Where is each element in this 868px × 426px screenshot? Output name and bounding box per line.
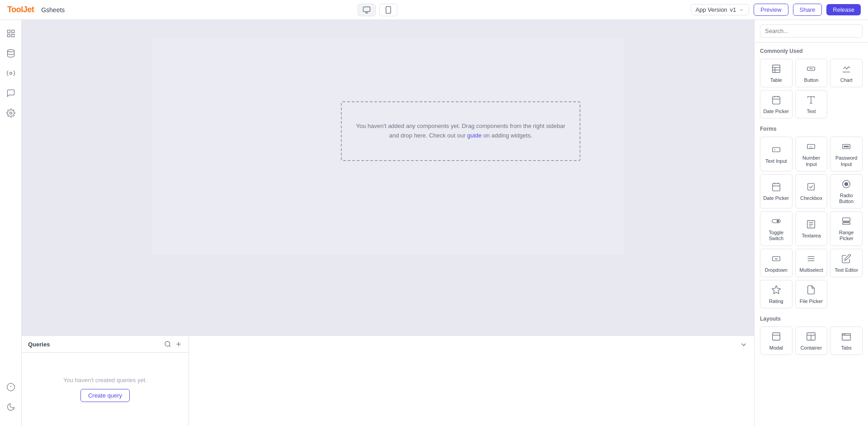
query-left-panel: Queries	[22, 336, 189, 426]
widget-multiselect[interactable]: Multiselect	[795, 249, 828, 277]
logo-text: ToolJet	[7, 5, 34, 14]
version-selector[interactable]: App Version v1	[691, 4, 750, 15]
svg-rect-38	[773, 184, 780, 191]
component-search-input[interactable]	[760, 24, 863, 38]
file-picker-icon	[806, 285, 816, 296]
widget-checkbox[interactable]: Checkbox	[795, 174, 828, 208]
query-panel: Queries	[22, 336, 754, 426]
query-right-panel	[189, 336, 754, 426]
widget-container[interactable]: Container	[795, 327, 828, 355]
svg-rect-7	[7, 34, 10, 37]
widget-chart[interactable]: Chart	[830, 59, 863, 87]
widget-toggle-switch[interactable]: Toggle Switch	[760, 211, 793, 246]
sidebar-comments-icon[interactable]	[3, 85, 19, 101]
canvas-empty-drop-zone[interactable]: You haven't added any components yet. Dr…	[341, 101, 580, 161]
container-icon	[806, 331, 816, 343]
container-label: Container	[801, 345, 822, 351]
widget-grid-1: Text Input21Number InputPassword InputDa…	[760, 137, 863, 308]
sidebar-debugger-icon[interactable]	[3, 379, 19, 395]
widget-radio-button[interactable]: Radio Button	[830, 174, 863, 208]
mobile-view-button[interactable]	[379, 4, 397, 16]
query-search-icon[interactable]	[164, 341, 171, 348]
widget-grid-0: TableButtonChartDate PickerText	[760, 59, 863, 118]
multiselect-label: Multiselect	[800, 267, 823, 273]
number-input-label: Number Input	[798, 155, 825, 167]
main-body: You haven't added any components yet. Dr…	[0, 20, 868, 426]
create-query-button[interactable]: Create query	[80, 389, 130, 402]
navbar-right: App Version v1 Preview Share Release	[691, 4, 861, 16]
canvas-area: You haven't added any components yet. Dr…	[22, 20, 754, 426]
sidebar-settings-icon[interactable]	[3, 105, 19, 121]
range-picker-icon	[841, 216, 851, 227]
text-editor-icon	[841, 254, 851, 265]
desktop-view-button[interactable]	[358, 4, 376, 16]
rating-icon	[771, 285, 781, 296]
widget-textarea[interactable]: Textarea	[795, 211, 828, 246]
sidebar-bottom	[3, 379, 19, 421]
date-picker-icon	[771, 182, 781, 193]
sidebar-pages-icon[interactable]	[3, 25, 19, 42]
app-logo[interactable]: ToolJet	[7, 5, 34, 14]
password-input-icon	[841, 142, 851, 153]
svg-text:21: 21	[810, 146, 813, 149]
svg-point-35	[844, 146, 845, 147]
query-add-icon[interactable]	[175, 341, 182, 348]
preview-button[interactable]: Preview	[754, 4, 788, 16]
date-picker-label: Date Picker	[763, 109, 789, 114]
rating-label: Rating	[769, 298, 783, 304]
widget-date-picker[interactable]: Date Picker	[760, 90, 793, 118]
widget-dropdown[interactable]: Dropdown	[760, 249, 793, 277]
svg-rect-42	[808, 184, 815, 190]
widget-number-input[interactable]: 21Number Input	[795, 137, 828, 171]
widget-text-editor[interactable]: Text Editor	[830, 249, 863, 277]
widget-text[interactable]: Text	[795, 90, 828, 118]
version-value: v1	[730, 6, 736, 13]
widget-text-input[interactable]: Text Input	[760, 137, 793, 171]
widget-modal[interactable]: Modal	[760, 327, 793, 355]
table-label: Table	[770, 77, 782, 83]
widget-grid-2: ModalContainerTabs	[760, 327, 863, 355]
query-empty-text: You haven't created queries yet.	[63, 377, 147, 383]
canvas-page[interactable]: You haven't added any components yet. Dr…	[152, 38, 624, 255]
radio-button-label: Radio Button	[833, 193, 859, 204]
release-button[interactable]: Release	[826, 4, 861, 15]
share-button[interactable]: Share	[793, 4, 822, 16]
svg-rect-3	[386, 6, 391, 13]
component-search-area	[755, 20, 868, 43]
widget-file-picker[interactable]: File Picker	[795, 280, 828, 308]
version-label: App Version	[696, 6, 727, 13]
widget-tabs[interactable]: Tabs	[830, 327, 863, 355]
svg-rect-17	[773, 65, 780, 73]
svg-point-36	[846, 146, 847, 147]
svg-line-14	[169, 346, 170, 347]
query-empty-state: You haven't created queries yet. Create …	[22, 353, 189, 426]
multiselect-icon	[806, 254, 816, 265]
svg-rect-6	[11, 30, 14, 33]
date-picker-icon	[771, 95, 781, 106]
canvas-wrapper[interactable]: You haven't added any components yet. Dr…	[22, 20, 754, 336]
component-list: Commonly UsedTableButtonChartDate Picker…	[755, 43, 868, 426]
toggle-switch-label: Toggle Switch	[763, 230, 789, 241]
widget-date-picker[interactable]: Date Picker	[760, 174, 793, 208]
dropdown-label: Dropdown	[765, 267, 788, 273]
sidebar-datasources-icon[interactable]	[3, 45, 19, 62]
widget-button[interactable]: Button	[795, 59, 828, 87]
widget-password-input[interactable]: Password Input	[830, 137, 863, 171]
widget-range-picker[interactable]: Range Picker	[830, 211, 863, 246]
query-collapse-icon[interactable]	[740, 341, 748, 351]
query-panel-header: Queries	[22, 336, 189, 353]
sidebar-integrations-icon[interactable]	[3, 65, 19, 81]
sidebar-darkmode-icon[interactable]	[3, 399, 19, 415]
modal-icon	[771, 331, 781, 343]
svg-rect-54	[773, 256, 780, 260]
widget-table[interactable]: Table	[760, 59, 793, 87]
queries-title: Queries	[28, 341, 50, 348]
widget-rating[interactable]: Rating	[760, 280, 793, 308]
svg-rect-64	[842, 333, 850, 340]
svg-point-46	[777, 220, 779, 222]
guide-link[interactable]: guide	[467, 132, 481, 139]
checkbox-label: Checkbox	[800, 195, 822, 201]
svg-point-9	[7, 50, 14, 52]
toggle-switch-icon	[771, 216, 781, 227]
navbar: ToolJet Gsheets App Version v1 Preview S…	[0, 0, 868, 20]
